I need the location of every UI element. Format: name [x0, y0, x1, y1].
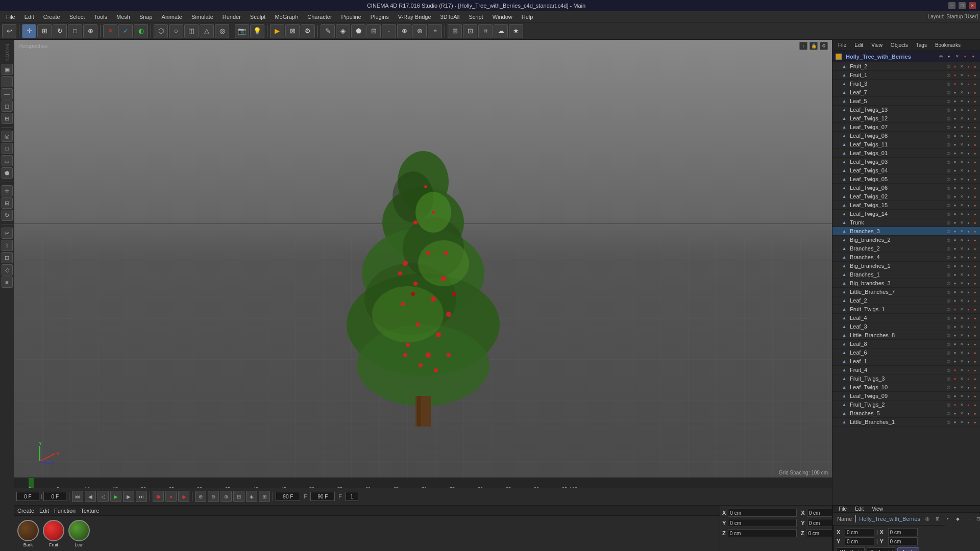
object-list-item[interactable]: ▲ Leaf_5 ◎ ● ✕ ● ● [832, 97, 980, 106]
obj-lock-dot[interactable]: ✕ [959, 115, 965, 121]
obj-render-dot[interactable]: ● [952, 245, 958, 252]
obj-lock-dot[interactable]: ✕ [959, 150, 965, 156]
obj-vis-dot[interactable]: ◎ [945, 72, 951, 78]
camera-button[interactable]: 📷 [235, 24, 249, 38]
render-region-button[interactable]: ⊠ [285, 24, 300, 38]
obj-lock-dot[interactable]: ✕ [959, 393, 965, 399]
obj-vis-dot[interactable]: ◎ [945, 124, 951, 130]
obj-render-dot[interactable]: ● [952, 419, 958, 425]
object-list-item[interactable]: ▲ Fruit_3 ◎ ● ✕ ● ● [832, 80, 980, 88]
obj-lock-dot[interactable]: ✕ [959, 375, 965, 382]
mode-uvw-button[interactable]: ⊞ [2, 113, 13, 124]
obj-render-dot[interactable]: ● [952, 384, 958, 390]
object-list-item[interactable]: ▲ Trunk ◎ ● ✕ ● ● [832, 218, 980, 227]
object-list-item[interactable]: ▲ Leaf_Twigs_06 ◎ ● ✕ ● ● [832, 184, 980, 192]
menu-create[interactable]: Create [39, 13, 64, 21]
obj-lock-dot[interactable]: ✕ [959, 289, 965, 295]
start-frame-input[interactable] [43, 492, 66, 501]
current-frame-input[interactable] [16, 492, 39, 501]
obj-vis-dot[interactable]: ◎ [945, 202, 951, 208]
obj-render-dot[interactable]: ● [952, 315, 958, 321]
obj-objects-menu[interactable]: Objects [888, 42, 911, 48]
record-active-button[interactable]: ● [165, 491, 177, 502]
object-list-item[interactable]: ▲ Leaf_Twigs_03 ◎ ● ✕ ● ● [832, 158, 980, 166]
obj-render-dot[interactable]: ● [952, 124, 958, 130]
knife-button[interactable]: ✂ [2, 228, 13, 239]
obj-lock-dot[interactable]: ✕ [959, 297, 965, 304]
obj-vis-dot[interactable]: ◎ [945, 133, 951, 139]
obj-vis-dot[interactable]: ◎ [945, 150, 951, 156]
viewport-lock-button[interactable]: 🔒 [810, 42, 818, 50]
light2-button[interactable]: ★ [509, 24, 523, 38]
undo-button[interactable]: ↩ [2, 24, 16, 38]
object-list-item[interactable]: ▲ Little_Branches_7 ◎ ● ✕ ● ● [832, 288, 980, 296]
timeline-motion-button[interactable]: ◈ [246, 491, 257, 502]
obj-vis-dot[interactable]: ◎ [945, 193, 951, 199]
menu-simulate[interactable]: Simulate [187, 13, 217, 21]
obj-lock-dot[interactable]: ✕ [959, 341, 965, 347]
obj-vis-dot[interactable]: ◎ [945, 176, 951, 182]
menu-edit[interactable]: Edit [20, 13, 38, 21]
obj-render-dot[interactable]: ● [952, 167, 958, 173]
obj-vis-dot[interactable]: ◎ [945, 81, 951, 87]
point-button[interactable]: · [382, 24, 396, 38]
fps-input[interactable] [310, 492, 335, 501]
object-list-item[interactable]: ▲ Leaf_Twigs_09 ◎ ● ✕ ● ● [832, 392, 980, 400]
scale-tool-button[interactable]: ⊞ [37, 24, 52, 38]
timeline-ruler[interactable]: 0 5 10 15 20 25 30 35 40 45 50 55 60 65 … [14, 478, 832, 488]
obj-render-dot[interactable]: ● [952, 150, 958, 156]
timeline-settings-button[interactable]: ⊟ [233, 491, 244, 502]
obj-vis-dot[interactable]: ◎ [945, 89, 951, 95]
mat-create-menu[interactable]: Create [17, 508, 34, 514]
object-list-item[interactable]: ▲ Leaf_Twigs_02 ◎ ● ✕ ● ● [832, 192, 980, 201]
mat-edit-menu[interactable]: Edit [39, 508, 49, 514]
bridge-button[interactable]: ⌇ [2, 240, 13, 251]
add-button[interactable]: ⊕ [83, 24, 97, 38]
live-select-button[interactable]: ◎ [2, 131, 13, 142]
obj-render-dot[interactable]: ● [952, 349, 958, 356]
obj-vis-dot[interactable]: ◎ [945, 375, 951, 382]
material-fruit[interactable]: Fruit [43, 520, 64, 547]
obj-render-dot[interactable]: ● [952, 280, 958, 286]
obj-vis-dot[interactable]: ◎ [945, 219, 951, 226]
obj-render-dot[interactable]: ● [952, 193, 958, 199]
object-list[interactable]: ▲ Fruit_2 ◎ ● ✕ ● ● ▲ Fruit_1 ◎ ● ✕ ● ● … [832, 62, 980, 505]
obj-render-dot[interactable]: ● [952, 393, 958, 399]
obj-lock-dot[interactable]: ✕ [959, 349, 965, 356]
object-list-item[interactable]: ▲ Fruit_2 ◎ ● ✕ ● ● [832, 62, 980, 71]
obj-render-dot[interactable]: ● [952, 202, 958, 208]
z-position-input[interactable] [728, 529, 797, 537]
obj-render-dot[interactable]: ● [952, 237, 958, 243]
object-list-item[interactable]: ▲ Leaf_Twigs_01 ◎ ● ✕ ● ● [832, 149, 980, 158]
attr-icon5[interactable]: → [964, 515, 972, 523]
obj-lock-dot[interactable]: ✕ [959, 410, 965, 416]
menu-pipeline[interactable]: Pipeline [337, 13, 365, 21]
object-list-item[interactable]: ▲ Fruit_Twigs_3 ◎ ● ✕ ● ● [832, 374, 980, 383]
menu-character[interactable]: Character [303, 13, 336, 21]
material-bark[interactable]: Bark [17, 520, 39, 547]
attr-icon3[interactable]: • [944, 515, 952, 523]
obj-render-dot[interactable]: ● [952, 63, 958, 69]
obj-lock-dot[interactable]: ✕ [959, 185, 965, 191]
mode-edge-button[interactable]: — [2, 88, 13, 99]
object-list-item[interactable]: ▲ Leaf_Twigs_07 ◎ ● ✕ ● ● [832, 123, 980, 132]
polygon-button[interactable]: ⬟ [351, 24, 365, 38]
object-list-item[interactable]: ▲ Big_branches_1 ◎ ● ✕ ● ● [832, 262, 980, 270]
object-list-item[interactable]: ▲ Leaf_4 ◎ ● ✕ ● ● [832, 314, 980, 322]
obj-render-dot[interactable]: ● [952, 81, 958, 87]
obj-vis-dot[interactable]: ◎ [945, 245, 951, 252]
obj-lock-dot[interactable]: ✕ [959, 98, 965, 104]
obj-lock-dot[interactable]: ✕ [959, 323, 965, 330]
obj-vis-dot[interactable]: ◎ [945, 419, 951, 425]
render-mode-button[interactable]: ✕ [103, 24, 117, 38]
obj-lock-dot[interactable]: ✕ [959, 176, 965, 182]
obj-file-menu[interactable]: File [836, 42, 849, 48]
texture-button[interactable]: ◈ [336, 24, 350, 38]
obj-vis-dot[interactable]: ◎ [945, 185, 951, 191]
viewport-maximize-button[interactable]: ↕ [799, 42, 807, 50]
obj-lock-dot[interactable]: ✕ [959, 72, 965, 78]
object-list-item[interactable]: ▲ Leaf_Twigs_15 ◎ ● ✕ ● ● [832, 201, 980, 210]
object-list-item[interactable]: ▲ Little_Branches_8 ◎ ● ✕ ● ● [832, 331, 980, 340]
menu-window[interactable]: Window [488, 13, 517, 21]
object-list-item[interactable]: ▲ Leaf_Twigs_08 ◎ ● ✕ ● ● [832, 132, 980, 140]
